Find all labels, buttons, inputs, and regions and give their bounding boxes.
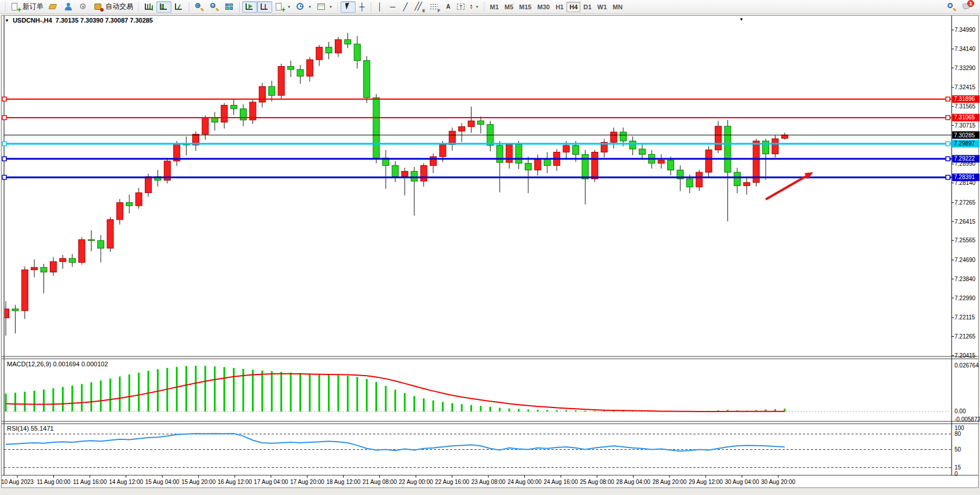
- hline-handle[interactable]: [2, 97, 6, 101]
- chart-shift-icon: [259, 2, 270, 12]
- price-tick-label: 7.26415: [955, 219, 976, 225]
- macd-axis-label: 0.00: [955, 408, 966, 414]
- zoom-out-button[interactable]: −: [207, 1, 222, 13]
- price-tick-label: 7.27265: [955, 199, 976, 206]
- indicators-button[interactable]: + ▼: [272, 1, 293, 13]
- price-tick-label: 7.34990: [955, 27, 976, 33]
- market-watch-button[interactable]: [46, 1, 61, 13]
- timeframe-h4-button[interactable]: H4: [566, 2, 580, 12]
- candle-bullish: [335, 39, 342, 53]
- equidistant-channel-button[interactable]: ╱ ╱ E: [412, 1, 427, 13]
- text-label-icon: T: [457, 3, 465, 10]
- hline-handle[interactable]: [2, 141, 6, 145]
- timeframe-m15-button[interactable]: M15: [516, 2, 534, 12]
- hline-handle[interactable]: [946, 156, 950, 161]
- vertical-line-icon: │: [378, 3, 382, 11]
- time-tick-label: 25 Aug 08:00: [580, 479, 614, 485]
- toolbar-grip[interactable]: [3, 2, 7, 12]
- hline-handle[interactable]: [2, 115, 6, 119]
- tile-windows-button[interactable]: [222, 1, 237, 13]
- price-badge-label: 7.31065: [954, 114, 975, 121]
- timeframe-h1-button[interactable]: H1: [553, 2, 566, 12]
- candle-bearish: [126, 203, 133, 206]
- time-tick-label: 22 Aug 00:00: [399, 479, 433, 485]
- periods-clock-icon: [295, 2, 306, 12]
- profile-button[interactable]: [61, 1, 76, 13]
- candle-bearish: [639, 149, 645, 154]
- indicators-icon: +: [275, 2, 285, 12]
- autotrading-label: 自动交易: [105, 2, 133, 12]
- candle-bullish: [21, 270, 28, 311]
- candle-bullish: [468, 121, 474, 127]
- timeframe-m30-button[interactable]: M30: [535, 2, 553, 12]
- chart-canvas[interactable]: 7.349907.341407.332907.324157.315657.307…: [0, 0, 980, 495]
- chevron-down-icon: ▼: [476, 5, 479, 9]
- symbol-dropdown-icon[interactable]: ▼: [5, 18, 9, 23]
- candle-bullish: [31, 267, 38, 270]
- candle-bullish: [221, 105, 228, 122]
- text-label-button[interactable]: T: [455, 1, 467, 13]
- candle-bullish: [459, 127, 465, 132]
- signals-button[interactable]: [76, 1, 91, 13]
- price-tick-label: 7.32415: [955, 84, 976, 90]
- periods-button[interactable]: ▼: [293, 1, 314, 13]
- time-tick-label: 29 Aug 12:00: [689, 479, 723, 485]
- toolbar-grip[interactable]: [336, 2, 339, 12]
- chart-dropdown-arrow[interactable]: ▼: [739, 17, 744, 22]
- trendline-button[interactable]: ╱: [399, 1, 412, 13]
- hline-handle[interactable]: [2, 175, 6, 179]
- candle-bearish: [373, 97, 379, 158]
- timeframe-m1-button[interactable]: M1: [487, 2, 502, 12]
- cursor-button[interactable]: [341, 1, 356, 13]
- crosshair-button[interactable]: ┼: [356, 1, 368, 13]
- candle-bullish: [202, 118, 209, 134]
- autotrading-button[interactable]: 自动交易: [91, 1, 136, 13]
- text-button[interactable]: A: [442, 1, 455, 13]
- timeframe-m5-button[interactable]: M5: [502, 2, 516, 12]
- hline-handle[interactable]: [946, 115, 950, 119]
- candle-bullish: [610, 132, 617, 143]
- horizontal-line-button[interactable]: ─: [386, 1, 399, 13]
- candle-bullish: [715, 126, 722, 150]
- new-order-label: 新订单: [23, 2, 43, 12]
- price-axis[interactable]: 7.349907.341407.332907.324157.315657.307…: [952, 27, 980, 477]
- toolbar-grip[interactable]: [137, 2, 140, 12]
- hline-handle[interactable]: [2, 156, 6, 161]
- candlesticks-button[interactable]: [156, 1, 171, 13]
- toolbar-grip[interactable]: [482, 2, 486, 12]
- timeframe-w1-button[interactable]: W1: [594, 2, 610, 12]
- arrows-button[interactable]: ▲▼ ▼: [467, 1, 481, 13]
- hline-handle[interactable]: [946, 175, 950, 179]
- notifications-button[interactable]: 1: [959, 1, 974, 13]
- candle-bullish: [744, 183, 750, 185]
- line-chart-button[interactable]: [171, 1, 187, 13]
- vertical-line-button[interactable]: │: [374, 1, 386, 13]
- arrow-annotation[interactable]: [766, 176, 806, 199]
- hline-handle[interactable]: [946, 141, 950, 145]
- time-tick-label: 21 Aug 08:00: [363, 479, 397, 485]
- timeframe-d1-button[interactable]: D1: [580, 2, 594, 12]
- chart-shift-button[interactable]: [257, 1, 272, 13]
- price-tick-label: 7.23840: [955, 276, 976, 282]
- chart-symbol-label: USDCNH-,H4: [13, 17, 52, 24]
- zoom-in-button[interactable]: +: [192, 1, 207, 13]
- templates-button[interactable]: ▼: [314, 1, 335, 13]
- candle-bearish: [734, 172, 740, 185]
- price-tick-label: 7.33290: [955, 65, 976, 71]
- candle-bullish: [259, 86, 265, 102]
- candle-bullish: [781, 135, 788, 139]
- candle-bearish: [364, 61, 370, 98]
- timeframe-mn-button[interactable]: MN: [610, 2, 626, 12]
- ohlc-bars-button[interactable]: [141, 1, 156, 13]
- search-button[interactable]: [944, 1, 959, 13]
- candle-bearish: [41, 267, 47, 272]
- candle-bearish: [88, 240, 94, 241]
- chart-quote-label: 7.30135 7.30390 7.30087 7.30285: [56, 17, 153, 24]
- new-order-button[interactable]: + 新订单: [8, 1, 46, 13]
- auto-scroll-button[interactable]: [242, 1, 257, 13]
- time-axis[interactable]: 10 Aug 202311 Aug 00:0011 Aug 16:0014 Au…: [1, 475, 796, 485]
- candle-bearish: [525, 163, 532, 170]
- hline-handle[interactable]: [946, 97, 950, 101]
- market-watch-icon: [48, 2, 58, 12]
- fibonacci-button[interactable]: F: [427, 1, 442, 13]
